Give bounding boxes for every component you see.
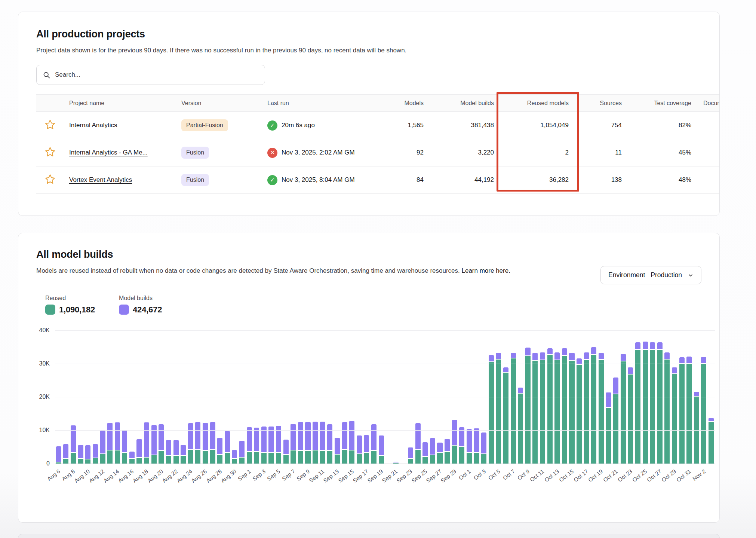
models-value: 84 <box>385 166 430 194</box>
star-icon[interactable] <box>44 119 56 130</box>
projects-table-body: Internal AnalyticsPartial-Fusion✓20m 6s … <box>36 112 720 194</box>
project-name-link[interactable]: Vortex Event Analytics <box>69 176 132 183</box>
x-tick-label: Aug 26 <box>190 468 208 484</box>
reused-segment <box>232 459 237 464</box>
x-tick-label: Sep 7 <box>281 468 296 482</box>
x-tick-label: Aug 24 <box>175 468 193 484</box>
reused-segment <box>577 365 582 464</box>
model-builds-segment <box>56 446 61 463</box>
reused-segment <box>467 453 472 464</box>
production-projects-card: All production projects Project data sho… <box>18 12 720 216</box>
y-tick-label: 40K <box>39 327 50 334</box>
project-name-link[interactable]: Internal Analytics - GA Me... <box>69 149 148 156</box>
model-builds-segment <box>437 443 442 453</box>
model-builds-segment <box>569 353 574 361</box>
projects-card-subtitle: Project data shown is for the previous 9… <box>36 47 719 54</box>
x-tick-label: Oct 9 <box>516 468 531 481</box>
x-tick-label: Oct 31 <box>675 468 692 483</box>
model-builds-segment <box>657 342 663 350</box>
x-tick-label: Oct 3 <box>472 468 487 481</box>
reused-segment <box>628 375 633 464</box>
reused-segment <box>621 361 626 464</box>
next-card-edge <box>18 534 720 538</box>
reused-segment <box>291 450 296 464</box>
reused-segment <box>254 452 259 464</box>
model-builds-segment <box>599 353 604 360</box>
model-builds-value: 3,220 <box>430 139 500 166</box>
learn-more-link[interactable]: Learn more here. <box>461 267 510 274</box>
model-builds-segment <box>628 367 633 375</box>
reused-segment <box>562 356 567 464</box>
models-value: 1,565 <box>385 112 430 139</box>
col-star <box>36 95 63 112</box>
model-builds-segment <box>159 424 164 451</box>
reused-segment <box>261 453 267 464</box>
model-builds-segment <box>643 342 648 350</box>
model-builds-segment <box>709 418 714 422</box>
x-tick-label: Aug 20 <box>146 468 164 484</box>
model-builds-segment <box>71 425 76 452</box>
reused-segment <box>415 450 421 464</box>
reused-segment <box>657 350 663 464</box>
search-icon <box>43 71 50 79</box>
reused-segment <box>357 454 362 464</box>
x-tick-label: Aug 30 <box>219 468 237 484</box>
model-builds-segment <box>181 445 186 456</box>
x-tick-label: Oct 27 <box>646 468 663 483</box>
search-input[interactable] <box>55 71 259 79</box>
reused-segment <box>107 450 113 464</box>
environment-dropdown[interactable]: Environment Production <box>600 266 701 284</box>
project-name-link[interactable]: Internal Analytics <box>69 122 117 129</box>
documentation-value <box>697 112 720 139</box>
x-tick-label: Sep 17 <box>351 468 369 484</box>
star-icon[interactable] <box>44 146 56 158</box>
x-tick-label: Aug 14 <box>102 468 120 484</box>
x-tick-label: Aug 18 <box>132 468 150 484</box>
x-tick-label: Oct 15 <box>558 468 575 483</box>
model-builds-segment <box>93 444 98 458</box>
table-row: Vortex Event AnalyticsFusion✓Nov 3, 2025… <box>36 166 720 194</box>
chevron-down-icon <box>688 272 694 278</box>
col-reused-models: Reused models <box>500 95 575 112</box>
model-builds-segment <box>481 432 486 454</box>
reused-segment <box>364 453 369 464</box>
reused-segment <box>181 456 186 464</box>
documentation-value <box>697 139 720 166</box>
model-builds-segment <box>467 429 472 453</box>
model-builds-segment <box>298 422 303 451</box>
star-icon[interactable] <box>44 174 56 185</box>
reused-segment <box>540 360 545 464</box>
model-builds-segment <box>166 440 171 456</box>
project-search[interactable] <box>36 65 265 85</box>
col-project-name: Project name <box>63 95 175 112</box>
reused-segment <box>144 458 149 464</box>
reused-models-value: 2 <box>500 139 575 166</box>
col-last-run: Last run <box>261 95 385 112</box>
reused-segment <box>320 451 325 464</box>
model-builds-segment <box>115 422 120 450</box>
x-tick-label: Aug 6 <box>46 468 61 482</box>
reused-segment <box>569 361 574 464</box>
x-tick-label: Sep 5 <box>266 468 281 482</box>
col-documentation: Documentation <box>697 95 720 112</box>
builds-card-title: All model builds <box>36 249 510 260</box>
reused-segment <box>313 450 318 464</box>
projects-card-title: All production projects <box>36 28 719 40</box>
model-builds-segment <box>210 422 215 450</box>
reused-segment <box>173 456 179 464</box>
x-tick-label: Sep 25 <box>410 468 428 484</box>
last-run-text: 20m 6s ago <box>282 122 315 129</box>
reused-segment <box>122 453 127 464</box>
sources-value: 138 <box>575 166 628 194</box>
model-builds-segment <box>342 422 347 450</box>
reused-segment <box>664 360 670 464</box>
model-builds-segment <box>63 444 68 459</box>
sources-value: 11 <box>575 139 628 166</box>
reused-segment <box>679 364 685 464</box>
reused-segment <box>452 446 457 464</box>
model-builds-segment <box>621 354 626 361</box>
gridline <box>55 364 715 364</box>
plot-area <box>55 330 715 464</box>
model-builds-segment <box>151 425 157 455</box>
reused-segment <box>327 451 332 464</box>
